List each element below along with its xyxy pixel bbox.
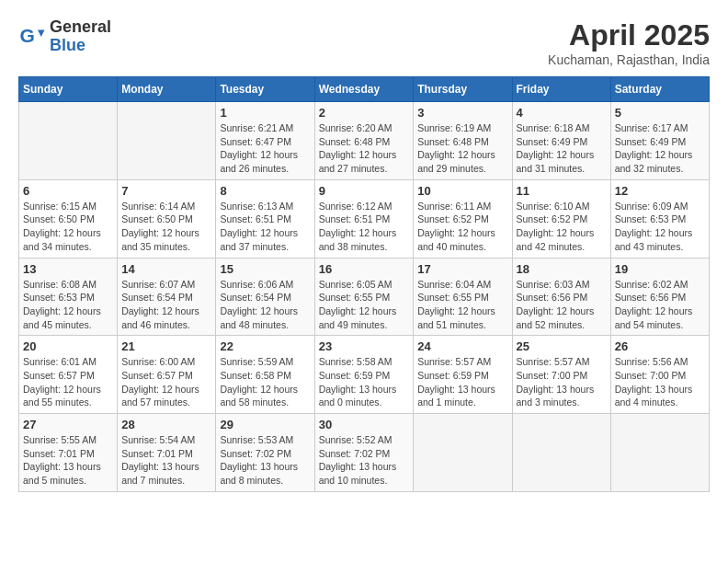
day-number: 23 — [319, 339, 410, 353]
month-year: April 2025 — [548, 18, 710, 52]
location: Kuchaman, Rajasthan, India — [548, 52, 710, 67]
calendar-header: SundayMondayTuesdayWednesdayThursdayFrid… — [19, 77, 710, 102]
day-info: Sunrise: 6:14 AMSunset: 6:50 PMDaylight:… — [121, 200, 211, 254]
day-number: 21 — [121, 339, 211, 353]
day-number: 10 — [417, 184, 507, 198]
day-info: Sunrise: 5:52 AMSunset: 7:02 PMDaylight:… — [319, 433, 410, 488]
day-info: Sunrise: 6:19 AMSunset: 6:48 PMDaylight:… — [417, 121, 507, 176]
day-number: 19 — [615, 262, 705, 276]
calendar-cell: 19Sunrise: 6:02 AMSunset: 6:56 PMDayligh… — [610, 258, 709, 336]
calendar-cell: 27Sunrise: 5:55 AMSunset: 7:01 PMDayligh… — [19, 414, 118, 492]
day-info: Sunrise: 6:08 AMSunset: 6:53 PMDaylight:… — [23, 278, 113, 332]
day-info: Sunrise: 6:02 AMSunset: 6:56 PMDaylight:… — [615, 278, 705, 332]
weekday-header-saturday: Saturday — [610, 77, 709, 102]
weekday-header-tuesday: Tuesday — [216, 77, 314, 102]
calendar-cell: 1Sunrise: 6:21 AMSunset: 6:47 PMDaylight… — [216, 102, 314, 180]
calendar-cell: 23Sunrise: 5:58 AMSunset: 6:59 PMDayligh… — [314, 336, 414, 414]
calendar-cell: 21Sunrise: 6:00 AMSunset: 6:57 PMDayligh… — [118, 336, 216, 414]
calendar-week-1: 1Sunrise: 6:21 AMSunset: 6:47 PMDaylight… — [19, 102, 710, 180]
weekday-header-wednesday: Wednesday — [314, 77, 414, 102]
day-info: Sunrise: 6:04 AMSunset: 6:55 PMDaylight:… — [417, 278, 507, 332]
day-info: Sunrise: 5:55 AMSunset: 7:01 PMDaylight:… — [23, 433, 113, 488]
day-info: Sunrise: 6:11 AMSunset: 6:52 PMDaylight:… — [417, 200, 507, 254]
day-info: Sunrise: 6:13 AMSunset: 6:51 PMDaylight:… — [220, 200, 310, 254]
svg-marker-1 — [38, 29, 45, 37]
day-info: Sunrise: 6:15 AMSunset: 6:50 PMDaylight:… — [23, 200, 113, 254]
day-info: Sunrise: 5:53 AMSunset: 7:02 PMDaylight:… — [220, 433, 310, 488]
day-info: Sunrise: 6:18 AMSunset: 6:49 PMDaylight:… — [517, 121, 607, 176]
calendar-cell: 11Sunrise: 6:10 AMSunset: 6:52 PMDayligh… — [512, 179, 610, 258]
calendar-cell — [512, 414, 610, 492]
day-info: Sunrise: 6:09 AMSunset: 6:53 PMDaylight:… — [615, 200, 705, 254]
day-number: 24 — [417, 339, 507, 353]
day-number: 27 — [23, 418, 113, 431]
logo-blue: Blue — [50, 37, 111, 55]
calendar-cell: 9Sunrise: 6:12 AMSunset: 6:51 PMDaylight… — [314, 179, 414, 258]
day-number: 6 — [23, 184, 113, 198]
day-number: 15 — [220, 262, 310, 276]
day-info: Sunrise: 6:01 AMSunset: 6:57 PMDaylight:… — [23, 355, 113, 409]
day-number: 16 — [319, 262, 410, 276]
calendar-cell — [610, 414, 709, 492]
calendar: SundayMondayTuesdayWednesdayThursdayFrid… — [18, 76, 710, 492]
day-info: Sunrise: 6:21 AMSunset: 6:47 PMDaylight:… — [220, 121, 310, 176]
logo: G General Blue — [18, 18, 111, 55]
calendar-cell: 16Sunrise: 6:05 AMSunset: 6:55 PMDayligh… — [314, 258, 414, 336]
day-info: Sunrise: 6:00 AMSunset: 6:57 PMDaylight:… — [121, 355, 211, 409]
day-info: Sunrise: 6:05 AMSunset: 6:55 PMDaylight:… — [319, 278, 410, 332]
day-number: 3 — [417, 106, 507, 120]
day-info: Sunrise: 5:57 AMSunset: 6:59 PMDaylight:… — [417, 355, 507, 409]
calendar-cell: 13Sunrise: 6:08 AMSunset: 6:53 PMDayligh… — [19, 258, 118, 336]
day-info: Sunrise: 6:06 AMSunset: 6:54 PMDaylight:… — [220, 278, 310, 332]
calendar-cell: 18Sunrise: 6:03 AMSunset: 6:56 PMDayligh… — [512, 258, 610, 336]
logo-icon: G — [18, 23, 46, 51]
weekday-row: SundayMondayTuesdayWednesdayThursdayFrid… — [19, 77, 710, 102]
day-info: Sunrise: 6:10 AMSunset: 6:52 PMDaylight:… — [517, 200, 607, 254]
day-number: 2 — [319, 106, 410, 120]
calendar-cell: 4Sunrise: 6:18 AMSunset: 6:49 PMDaylight… — [512, 102, 610, 180]
calendar-cell: 26Sunrise: 5:56 AMSunset: 7:00 PMDayligh… — [610, 336, 709, 414]
day-number: 14 — [121, 262, 211, 276]
day-number: 28 — [121, 418, 211, 431]
day-number: 8 — [220, 184, 310, 198]
logo-general: General — [50, 18, 111, 37]
day-info: Sunrise: 6:20 AMSunset: 6:48 PMDaylight:… — [319, 121, 410, 176]
calendar-week-5: 27Sunrise: 5:55 AMSunset: 7:01 PMDayligh… — [19, 414, 710, 492]
day-number: 9 — [319, 184, 410, 198]
day-number: 30 — [319, 418, 410, 431]
day-number: 11 — [517, 184, 607, 198]
weekday-header-friday: Friday — [512, 77, 610, 102]
day-number: 26 — [615, 339, 705, 353]
day-number: 22 — [220, 339, 310, 353]
calendar-cell: 8Sunrise: 6:13 AMSunset: 6:51 PMDaylight… — [216, 179, 314, 258]
day-number: 18 — [517, 262, 607, 276]
calendar-body: 1Sunrise: 6:21 AMSunset: 6:47 PMDaylight… — [19, 102, 710, 492]
day-info: Sunrise: 6:03 AMSunset: 6:56 PMDaylight:… — [517, 278, 607, 332]
day-info: Sunrise: 5:56 AMSunset: 7:00 PMDaylight:… — [615, 355, 705, 409]
day-number: 12 — [615, 184, 705, 198]
calendar-cell: 7Sunrise: 6:14 AMSunset: 6:50 PMDaylight… — [118, 179, 216, 258]
day-number: 1 — [220, 106, 310, 120]
calendar-cell: 12Sunrise: 6:09 AMSunset: 6:53 PMDayligh… — [610, 179, 709, 258]
calendar-cell: 6Sunrise: 6:15 AMSunset: 6:50 PMDaylight… — [19, 179, 118, 258]
weekday-header-sunday: Sunday — [19, 77, 118, 102]
day-number: 4 — [517, 106, 607, 120]
calendar-cell: 3Sunrise: 6:19 AMSunset: 6:48 PMDaylight… — [414, 102, 512, 180]
calendar-cell: 5Sunrise: 6:17 AMSunset: 6:49 PMDaylight… — [610, 102, 709, 180]
weekday-header-thursday: Thursday — [414, 77, 512, 102]
svg-text:G: G — [20, 25, 35, 46]
day-number: 5 — [615, 106, 705, 120]
calendar-cell: 10Sunrise: 6:11 AMSunset: 6:52 PMDayligh… — [414, 179, 512, 258]
calendar-cell: 22Sunrise: 5:59 AMSunset: 6:58 PMDayligh… — [216, 336, 314, 414]
calendar-cell: 25Sunrise: 5:57 AMSunset: 7:00 PMDayligh… — [512, 336, 610, 414]
weekday-header-monday: Monday — [118, 77, 216, 102]
day-number: 20 — [23, 339, 113, 353]
calendar-cell: 2Sunrise: 6:20 AMSunset: 6:48 PMDaylight… — [314, 102, 414, 180]
day-info: Sunrise: 6:07 AMSunset: 6:54 PMDaylight:… — [121, 278, 211, 332]
day-number: 17 — [417, 262, 507, 276]
calendar-cell: 15Sunrise: 6:06 AMSunset: 6:54 PMDayligh… — [216, 258, 314, 336]
calendar-cell: 30Sunrise: 5:52 AMSunset: 7:02 PMDayligh… — [314, 414, 414, 492]
calendar-cell: 14Sunrise: 6:07 AMSunset: 6:54 PMDayligh… — [118, 258, 216, 336]
calendar-cell: 24Sunrise: 5:57 AMSunset: 6:59 PMDayligh… — [414, 336, 512, 414]
calendar-cell — [19, 102, 118, 180]
